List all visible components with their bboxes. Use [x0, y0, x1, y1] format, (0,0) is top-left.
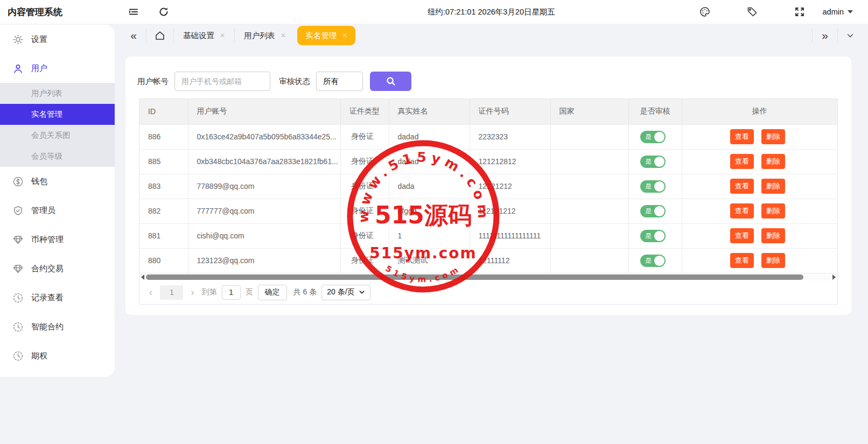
cell-country — [550, 199, 628, 223]
sidebar-subitem-member-level[interactable]: 会员等级 — [0, 146, 115, 167]
view-button[interactable]: 查看 — [730, 228, 754, 243]
sidebar-subitem-member-relations[interactable]: 会员关系图 — [0, 125, 115, 146]
prev-page-icon[interactable]: ‹ — [146, 286, 155, 298]
delete-button[interactable]: 删除 — [761, 253, 785, 268]
cell-id: 885 — [139, 149, 188, 174]
cell-account: 777777@qq.com — [188, 199, 340, 223]
delete-button[interactable]: 删除 — [761, 179, 785, 194]
delete-button[interactable]: 删除 — [761, 228, 785, 243]
cell-country — [550, 248, 628, 273]
cell-id-type: 身份证 — [340, 199, 389, 223]
approved-toggle[interactable]: 是 — [640, 156, 666, 168]
scroll-right-arrow-icon[interactable] — [831, 273, 837, 281]
approved-toggle[interactable]: 是 — [640, 131, 666, 143]
sidebar-subitem-realname-management[interactable]: 实名管理 — [0, 104, 115, 125]
goto-label: 到第 — [202, 287, 217, 297]
cell-id-type: 身份证 — [340, 174, 389, 199]
toggle-knob — [654, 256, 664, 266]
sidebar-item-coin-management[interactable]: 币种管理 — [0, 225, 115, 254]
gear-icon — [13, 34, 23, 45]
tabs-menu-chevron-down-icon[interactable] — [839, 24, 862, 47]
close-icon[interactable]: ✕ — [220, 32, 225, 39]
cell-account: 0xb348cbc104a376a7aa2833e1821fb61... — [188, 149, 340, 174]
cell-id-type: 身份证 — [340, 248, 389, 273]
user-icon — [13, 64, 23, 74]
current-page[interactable]: 1 — [160, 285, 183, 300]
delete-button[interactable]: 删除 — [761, 203, 785, 219]
gem-icon — [13, 235, 23, 245]
view-button[interactable]: 查看 — [730, 129, 754, 144]
sidebar-item-wallet[interactable]: 钱包 — [0, 167, 115, 196]
sidebar-item-label: 设置 — [31, 34, 47, 45]
next-page-icon[interactable]: › — [188, 286, 197, 298]
cell-id-number: 121212812 — [470, 149, 550, 174]
gem-icon — [13, 264, 23, 274]
view-button[interactable]: 查看 — [730, 179, 754, 194]
user-menu[interactable]: admin — [823, 8, 853, 16]
page-size-value: 20 条/页 — [327, 287, 354, 297]
sidebar-item-label: 智能合约 — [31, 322, 64, 332]
header-real-name: 真实姓名 — [389, 99, 470, 124]
scrollbar-thumb[interactable] — [146, 274, 803, 280]
tab-basic-settings[interactable]: 基础设置 ✕ — [175, 24, 233, 47]
cell-real-name: dadad — [389, 124, 470, 149]
collapse-menu-icon[interactable] — [128, 6, 139, 18]
sidebar-item-label: 管理员 — [31, 206, 55, 216]
sidebar-subitem-label: 会员等级 — [31, 151, 62, 161]
sidebar-subitem-user-list[interactable]: 用户列表 — [0, 83, 115, 104]
sidebar-item-users[interactable]: 用户 — [0, 54, 115, 83]
header-account: 用户账号 — [188, 99, 340, 124]
tabs-scroll-right-button[interactable]: » — [814, 24, 836, 47]
scrollbar-track[interactable] — [146, 273, 831, 281]
cell-country — [550, 223, 628, 248]
close-icon[interactable]: ✕ — [281, 32, 286, 39]
status-label: 审核状态 — [279, 76, 310, 87]
sidebar-item-settings[interactable]: 设置 — [0, 25, 115, 54]
delete-button[interactable]: 删除 — [761, 129, 785, 144]
home-icon[interactable] — [148, 24, 172, 47]
approved-toggle[interactable]: 是 — [640, 255, 666, 267]
header-actions: 操作 — [682, 99, 837, 124]
fullscreen-icon[interactable] — [794, 6, 806, 18]
sidebar-item-label: 记录查看 — [31, 293, 64, 303]
theme-palette-icon[interactable] — [699, 6, 711, 18]
total-count: 共 6 条 — [293, 287, 317, 297]
view-button[interactable]: 查看 — [730, 203, 754, 219]
tab-realname-management[interactable]: 实名管理 ✕ — [297, 26, 355, 45]
horizontal-scrollbar[interactable] — [139, 273, 837, 280]
approved-toggle[interactable]: 是 — [640, 230, 666, 242]
sidebar-item-contract-trading[interactable]: 合约交易 — [0, 254, 115, 283]
divider — [146, 29, 146, 43]
cell-account: cishi@qq.com — [188, 223, 340, 248]
cell-id: 882 — [139, 199, 188, 223]
sidebar-item-admins[interactable]: 管理员 — [0, 196, 115, 225]
tabs-scroll-left-button[interactable]: « — [122, 24, 145, 47]
table-row: 880 123123@qq.com 身份证 测试测试 12111112 是 查看… — [139, 248, 837, 273]
toggle-knob — [654, 157, 664, 167]
goto-page-input[interactable] — [222, 285, 241, 300]
account-input[interactable] — [174, 72, 270, 91]
page-size-select[interactable]: 20 条/页 — [321, 285, 370, 300]
sidebar-item-label: 期权 — [31, 351, 47, 361]
status-select[interactable]: 所有 — [316, 72, 363, 91]
sidebar-item-record-view[interactable]: 记录查看 — [0, 283, 115, 312]
pagination: ‹ 1 › 到第 页 确定 共 6 条 20 条/页 — [139, 280, 837, 304]
realname-table: ID 用户账号 证件类型 真实姓名 证件号码 国家 是否审核 操作 886 0x… — [139, 99, 837, 273]
delete-button[interactable]: 删除 — [761, 154, 785, 169]
search-button[interactable] — [370, 72, 411, 91]
view-button[interactable]: 查看 — [730, 154, 754, 169]
tag-icon[interactable] — [746, 6, 758, 18]
close-icon[interactable]: ✕ — [342, 32, 347, 39]
approved-toggle[interactable]: 是 — [640, 205, 666, 217]
approved-toggle[interactable]: 是 — [640, 180, 666, 193]
divider — [837, 29, 838, 43]
toggle-label: 是 — [645, 207, 652, 216]
tab-user-list[interactable]: 用户列表 ✕ — [236, 24, 294, 47]
view-button[interactable]: 查看 — [730, 253, 754, 268]
refresh-icon[interactable] — [158, 6, 170, 18]
sidebar-item-options[interactable]: 期权 — [0, 341, 115, 370]
cell-id: 883 — [139, 174, 188, 199]
sidebar-item-smart-contract[interactable]: 智能合约 — [0, 312, 115, 341]
scroll-left-arrow-icon[interactable] — [139, 273, 146, 281]
confirm-button[interactable]: 确定 — [258, 285, 287, 300]
